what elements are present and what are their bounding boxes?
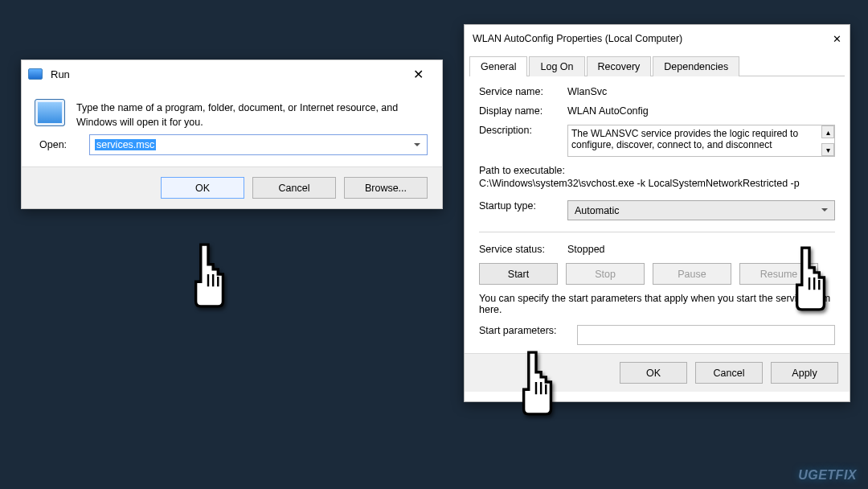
path-value: C:\Windows\system32\svchost.exe -k Local… (479, 178, 835, 189)
open-value: services.msc (95, 139, 156, 150)
close-icon[interactable]: ✕ (400, 67, 436, 82)
close-icon[interactable]: ✕ (833, 33, 841, 45)
tab-strip: General Log On Recovery Dependencies (469, 55, 845, 76)
props-apply-button[interactable]: Apply (771, 362, 838, 384)
description-label: Description: (479, 125, 567, 136)
startup-type-select[interactable]: Automatic (567, 200, 835, 220)
browse-button[interactable]: Browse... (344, 177, 428, 199)
resume-button[interactable]: Resume (739, 263, 818, 285)
service-name-label: Service name: (479, 86, 567, 97)
start-parameters-label: Start parameters: (479, 325, 577, 336)
props-title-text: WLAN AutoConfig Properties (Local Comput… (473, 33, 682, 44)
display-name-value: WLAN AutoConfig (567, 105, 835, 117)
ok-button[interactable]: OK (161, 177, 244, 199)
display-name-label: Display name: (479, 105, 567, 117)
path-label: Path to executable: (479, 165, 835, 176)
run-title-text: Run (51, 68, 400, 80)
service-status-label: Service status: (479, 244, 567, 255)
start-button[interactable]: Start (479, 263, 558, 285)
props-cancel-button[interactable]: Cancel (695, 362, 763, 384)
run-message: Type the name of a program, folder, docu… (76, 99, 428, 129)
run-titlebar[interactable]: Run ✕ (22, 60, 442, 88)
run-program-icon (35, 99, 65, 126)
tab-recovery[interactable]: Recovery (587, 56, 652, 76)
pointer-cursor-icon (183, 240, 233, 309)
props-titlebar[interactable]: WLAN AutoConfig Properties (Local Comput… (465, 25, 850, 52)
startup-type-label: Startup type: (479, 200, 567, 212)
description-box[interactable]: The WLANSVC service provides the logic r… (567, 125, 835, 157)
start-note: You can specify the start parameters tha… (479, 293, 835, 320)
props-ok-button[interactable]: OK (620, 362, 687, 384)
separator (479, 232, 835, 232)
tab-dependencies[interactable]: Dependencies (653, 56, 739, 76)
pause-button[interactable]: Pause (653, 263, 731, 285)
cancel-button[interactable]: Cancel (252, 177, 336, 199)
tab-general[interactable]: General (469, 56, 527, 76)
service-name-value: WlanSvc (567, 86, 835, 97)
service-control-buttons: Start Stop Pause Resume (479, 263, 835, 285)
service-status-value: Stopped (567, 244, 835, 255)
scroll-up-icon[interactable]: ▴ (821, 125, 834, 138)
description-text: The WLANSVC service provides the logic r… (571, 128, 798, 150)
scroll-down-icon[interactable]: ▾ (821, 143, 834, 156)
run-icon (28, 68, 43, 80)
stop-button[interactable]: Stop (566, 263, 645, 285)
watermark: UGETFIX (798, 468, 857, 483)
start-parameters-input[interactable] (577, 325, 835, 345)
startup-type-value: Automatic (575, 205, 620, 216)
run-dialog: Run ✕ Type the name of a program, folder… (21, 60, 443, 209)
props-button-bar: OK Cancel Apply (465, 353, 850, 392)
run-button-bar: OK Cancel Browse... (22, 166, 442, 208)
general-pane: Service name: WlanSvc Display name: WLAN… (479, 86, 835, 345)
open-combobox[interactable]: services.msc (89, 134, 428, 155)
open-label: Open: (39, 139, 81, 150)
service-properties-dialog: WLAN AutoConfig Properties (Local Comput… (464, 24, 850, 402)
tab-log-on[interactable]: Log On (529, 56, 584, 76)
